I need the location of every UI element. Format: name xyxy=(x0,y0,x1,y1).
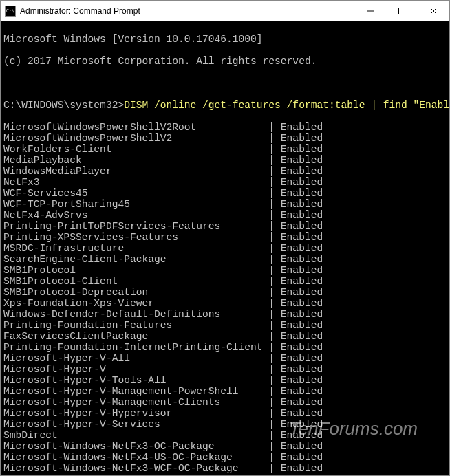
feature-row: SMB1Protocol-Deprecation | Enabled xyxy=(3,287,447,298)
feature-row: NetFx3 | Enabled xyxy=(3,177,447,188)
separator: | xyxy=(268,430,281,441)
feature-name: Printing-XPSServices-Features xyxy=(3,232,268,243)
feature-name: Microsoft-Hyper-V-Services xyxy=(3,419,268,430)
feature-name: Microsoft-Hyper-V-Management-Clients xyxy=(3,397,268,408)
feature-row: SearchEngine-Client-Package | Enabled xyxy=(3,254,447,265)
feature-name: WorkFolders-Client xyxy=(3,144,268,155)
feature-name: Printing-PrintToPDFServices-Features xyxy=(3,221,268,232)
separator: | xyxy=(268,342,281,353)
minimize-button[interactable] xyxy=(354,1,386,21)
feature-status: Enabled xyxy=(281,232,323,243)
feature-name: MicrosoftWindowsPowerShellV2 xyxy=(3,133,268,144)
separator: | xyxy=(268,353,281,364)
separator: | xyxy=(268,331,281,342)
separator: | xyxy=(268,188,281,199)
prompt-text: C:\WINDOWS\system32> xyxy=(3,100,124,111)
feature-row: SmbDirect | Enabled xyxy=(3,430,447,441)
feature-name: WCF-TCP-PortSharing45 xyxy=(3,199,268,210)
feature-name: NetFx4-AdvSrvs xyxy=(3,210,268,221)
feature-status: Enabled xyxy=(281,254,323,265)
window-title: Administrator: Command Prompt xyxy=(20,6,140,16)
feature-status: Enabled xyxy=(281,177,323,188)
separator: | xyxy=(268,441,281,452)
feature-name: NetFx3 xyxy=(3,177,268,188)
separator: | xyxy=(268,298,281,309)
feature-name: Microsoft-Windows-NetFx4-WCF-US-OC-Packa… xyxy=(3,474,268,475)
feature-status: Enabled xyxy=(281,298,323,309)
feature-row: Printing-XPSServices-Features | Enabled xyxy=(3,232,447,243)
feature-status: Enabled xyxy=(281,353,323,364)
separator: | xyxy=(268,144,281,155)
separator: | xyxy=(268,287,281,298)
separator: | xyxy=(268,221,281,232)
separator: | xyxy=(268,122,281,133)
minimize-icon xyxy=(367,8,374,14)
feature-name: WindowsMediaPlayer xyxy=(3,166,268,177)
feature-row: Printing-Foundation-InternetPrinting-Cli… xyxy=(3,342,447,353)
feature-row: Microsoft-Windows-NetFx4-WCF-US-OC-Packa… xyxy=(3,474,447,475)
feature-status: Enabled xyxy=(281,331,323,342)
feature-name: Microsoft-Windows-NetFx4-US-OC-Package xyxy=(3,452,268,463)
separator: | xyxy=(268,210,281,221)
separator: | xyxy=(268,397,281,408)
feature-name: SearchEngine-Client-Package xyxy=(3,254,268,265)
feature-row: Microsoft-Hyper-V-Services | Enabled xyxy=(3,419,447,430)
feature-name: FaxServicesClientPackage xyxy=(3,331,268,342)
feature-row: FaxServicesClientPackage | Enabled xyxy=(3,331,447,342)
feature-status: Enabled xyxy=(281,419,323,430)
terminal-area[interactable]: Microsoft Windows [Version 10.0.17046.10… xyxy=(1,21,449,475)
feature-name: Xps-Foundation-Xps-Viewer xyxy=(3,298,268,309)
feature-row: WorkFolders-Client | Enabled xyxy=(3,144,447,155)
feature-row: SMB1Protocol-Client | Enabled xyxy=(3,276,447,287)
command-line: C:\WINDOWS\system32>DISM /online /get-fe… xyxy=(3,100,447,111)
separator: | xyxy=(268,309,281,320)
feature-row: MediaPlayback | Enabled xyxy=(3,155,447,166)
separator: | xyxy=(268,419,281,430)
feature-row: MicrosoftWindowsPowerShellV2 | Enabled xyxy=(3,133,447,144)
feature-status: Enabled xyxy=(281,287,323,298)
feature-row: WCF-TCP-PortSharing45 | Enabled xyxy=(3,199,447,210)
feature-name: Microsoft-Hyper-V-Management-PowerShell xyxy=(3,386,268,397)
feature-name: Microsoft-Hyper-V-Hypervisor xyxy=(3,408,268,419)
feature-row: Printing-Foundation-Features | Enabled xyxy=(3,320,447,331)
feature-row: Microsoft-Hyper-V-Tools-All | Enabled xyxy=(3,375,447,386)
feature-name: Printing-Foundation-Features xyxy=(3,320,268,331)
separator: | xyxy=(268,199,281,210)
feature-row: Microsoft-Hyper-V-Management-PowerShell … xyxy=(3,386,447,397)
feature-status: Enabled xyxy=(281,397,323,408)
separator: | xyxy=(268,254,281,265)
feature-name: Windows-Defender-Default-Definitions xyxy=(3,309,268,320)
cmd-icon xyxy=(5,6,16,17)
feature-row: WindowsMediaPlayer | Enabled xyxy=(3,166,447,177)
feature-row: Microsoft-Hyper-V-Management-Clients | E… xyxy=(3,397,447,408)
feature-status: Enabled xyxy=(281,342,323,353)
feature-name: Microsoft-Hyper-V-All xyxy=(3,353,268,364)
feature-name: Microsoft-Windows-NetFx3-WCF-OC-Package xyxy=(3,463,268,474)
feature-name: SMB1Protocol-Deprecation xyxy=(3,287,268,298)
feature-row: MSRDC-Infrastructure | Enabled xyxy=(3,243,447,254)
feature-status: Enabled xyxy=(281,408,323,419)
close-button[interactable] xyxy=(418,1,449,21)
feature-name: MicrosoftWindowsPowerShellV2Root xyxy=(3,122,268,133)
blank-line xyxy=(3,78,447,89)
maximize-button[interactable] xyxy=(386,1,418,21)
feature-name: SMB1Protocol xyxy=(3,265,268,276)
separator: | xyxy=(268,386,281,397)
feature-status: Enabled xyxy=(281,199,323,210)
feature-status: Enabled xyxy=(281,320,323,331)
feature-status: Enabled xyxy=(281,144,323,155)
feature-status: Enabled xyxy=(281,265,323,276)
feature-row: NetFx4-AdvSrvs | Enabled xyxy=(3,210,447,221)
feature-name: Microsoft-Hyper-V-Tools-All xyxy=(3,375,268,386)
separator: | xyxy=(268,265,281,276)
separator: | xyxy=(268,166,281,177)
feature-status: Enabled xyxy=(281,243,323,254)
titlebar[interactable]: Administrator: Command Prompt xyxy=(1,1,449,21)
copyright-line: (c) 2017 Microsoft Corporation. All righ… xyxy=(3,56,447,67)
feature-row: Microsoft-Hyper-V-Hypervisor | Enabled xyxy=(3,408,447,419)
separator: | xyxy=(268,375,281,386)
titlebar-left: Administrator: Command Prompt xyxy=(1,6,140,17)
feature-row: Microsoft-Windows-NetFx3-WCF-OC-Package … xyxy=(3,463,447,474)
feature-name: Microsoft-Hyper-V xyxy=(3,364,268,375)
separator: | xyxy=(268,276,281,287)
